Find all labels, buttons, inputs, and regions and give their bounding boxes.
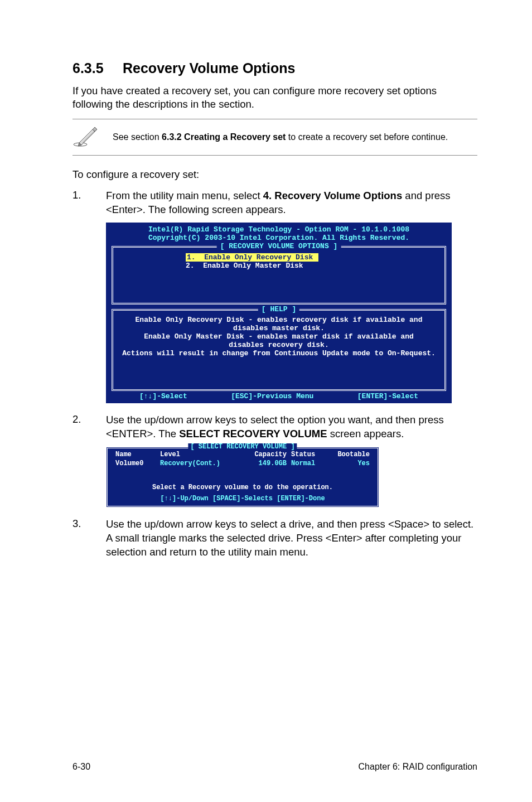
- bios1-footer-enter: [ENTER]-Select: [357, 393, 418, 401]
- intro-paragraph: If you have created a recovery set, you …: [72, 84, 477, 111]
- bios1-panel-title: [ RECOVERY VOLUME OPTIONS ]: [217, 243, 341, 251]
- note-bold: 6.3.2 Creating a Recovery set: [162, 132, 286, 142]
- bios1-footer-select: [↑↓]-Select: [139, 393, 187, 401]
- page-footer: 6-30 Chapter 6: RAID configuration: [72, 762, 477, 772]
- bios1-help-line2: disables master disk.: [119, 325, 439, 333]
- bios1-footer-esc: [ESC]-Previous Menu: [231, 393, 313, 401]
- configure-line: To configure a recovery set:: [72, 168, 477, 181]
- bios1-footer: [↑↓]-Select [ESC]-Previous Menu [ENTER]-…: [112, 391, 446, 402]
- note-text: See section 6.3.2 Creating a Recovery se…: [113, 131, 477, 143]
- bios1-menu-item-2: 2. Enable Only Master Disk: [186, 262, 439, 270]
- bios2-td-level: Recovery(Cont.): [158, 460, 241, 468]
- bios2-data-row: Volume0 Recovery(Cont.) 149.0GB Normal Y…: [113, 460, 372, 468]
- step-3-body: Use the up/down arrow keys to select a d…: [106, 518, 477, 559]
- step-3-number: 3.: [72, 518, 106, 559]
- bios1-help-line3: Enable Only Master Disk - enables master…: [119, 333, 439, 341]
- bios1-help-line4: disables recovery disk.: [119, 341, 439, 350]
- section-title: Recovery Volume Options: [123, 60, 295, 76]
- step-2-bold: SELECT RECOVERY VOLUME: [179, 428, 327, 439]
- bios2-th-status: Status: [289, 451, 331, 460]
- chapter-label: Chapter 6: RAID configuration: [359, 762, 477, 772]
- step-2: 2. Use the up/down arrow keys to select …: [72, 413, 477, 441]
- step-1-body: From the utility main menu, select 4. Re…: [106, 189, 477, 217]
- svg-line-3: [83, 130, 95, 143]
- bios2-td-capacity: 149.0GB: [241, 460, 289, 468]
- bios1-help-title: [ HELP ]: [258, 306, 299, 314]
- bios-screen-select-volume: [ SELECT RECOVERY VOLUME ] Name Level Ca…: [106, 447, 379, 507]
- bios1-help-line1: Enable Only Recovery Disk - enables reco…: [119, 316, 439, 325]
- bios1-help-line5: Actions will result in change from Conti…: [119, 350, 439, 358]
- bios1-help-panel: [ HELP ] Enable Only Recovery Disk - ena…: [112, 309, 446, 391]
- bios-screen-recovery-options: Intel(R) Rapid Storage Technology - Opti…: [106, 223, 452, 403]
- bios1-menu-item-1: 1. Enable Only Recovery Disk: [186, 254, 439, 262]
- step-2-number: 2.: [72, 413, 106, 441]
- bios2-td-bootable: Yes: [331, 460, 372, 468]
- bios2-footer: [↑↓]-Up/Down [SPACE]-Selects [ENTER]-Don…: [113, 495, 372, 504]
- bios2-th-level: Level: [158, 451, 241, 460]
- bios2-th-capacity: Capacity: [241, 451, 289, 460]
- step-2-body: Use the up/down arrow keys to select the…: [106, 413, 477, 441]
- bios2-header-row: Name Level Capacity Status Bootable: [113, 451, 372, 460]
- page-number: 6-30: [72, 762, 90, 772]
- bios1-title-line1: Intel(R) Rapid Storage Technology - Opti…: [112, 226, 446, 234]
- bios1-menu-panel: [ RECOVERY VOLUME OPTIONS ] 1. Enable On…: [112, 246, 446, 305]
- note-suffix: to create a recovery set before continue…: [286, 132, 448, 142]
- bios1-title-line2: Copyright(C) 2003-10 Intel Corporation. …: [112, 234, 446, 243]
- step-1-number: 1.: [72, 189, 106, 217]
- step-3: 3. Use the up/down arrow keys to select …: [72, 518, 477, 559]
- section-number: 6.3.5: [72, 60, 123, 76]
- note-prefix: See section: [113, 132, 162, 142]
- step-1-bold: 4. Recovery Volume Options: [263, 190, 402, 201]
- bios2-td-name: Volume0: [113, 460, 158, 468]
- bios2-th-name: Name: [113, 451, 158, 460]
- bios2-instruction: Select a Recovery volume to do the opera…: [113, 484, 372, 492]
- note-callout: See section 6.3.2 Creating a Recovery se…: [72, 119, 477, 156]
- bios2-td-status: Normal: [289, 460, 331, 468]
- bios2-th-bootable: Bootable: [331, 451, 372, 460]
- step-2-post: screen appears.: [327, 428, 404, 439]
- step-1-pre: From the utility main menu, select: [106, 190, 263, 201]
- section-heading: 6.3.5Recovery Volume Options: [72, 60, 477, 76]
- pen-icon: [72, 125, 99, 149]
- bios2-panel-title: [ SELECT RECOVERY VOLUME ]: [188, 443, 297, 451]
- bios2-volume-table: Name Level Capacity Status Bootable Volu…: [113, 451, 372, 468]
- step-1: 1. From the utility main menu, select 4.…: [72, 189, 477, 217]
